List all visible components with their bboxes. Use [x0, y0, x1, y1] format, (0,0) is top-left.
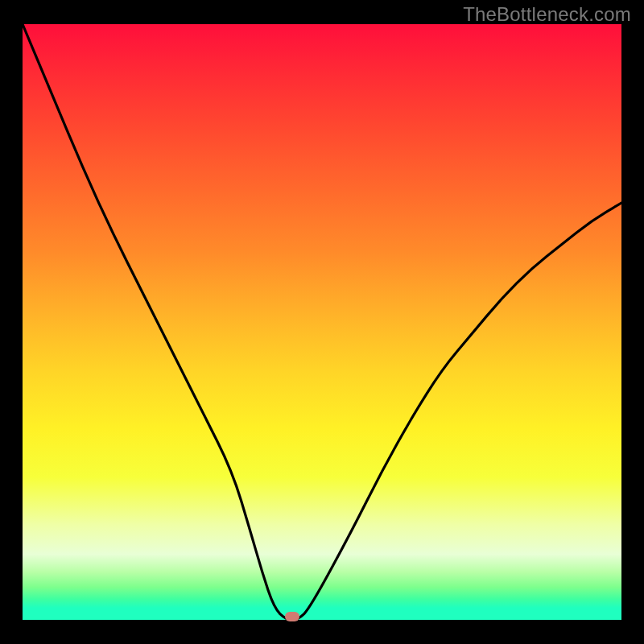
plot-area	[23, 24, 621, 620]
minimum-marker	[285, 612, 299, 621]
chart-frame: TheBottleneck.com	[0, 0, 644, 644]
bottleneck-curve	[23, 24, 621, 620]
watermark-text: TheBottleneck.com	[463, 3, 631, 26]
curve-path	[23, 24, 621, 620]
